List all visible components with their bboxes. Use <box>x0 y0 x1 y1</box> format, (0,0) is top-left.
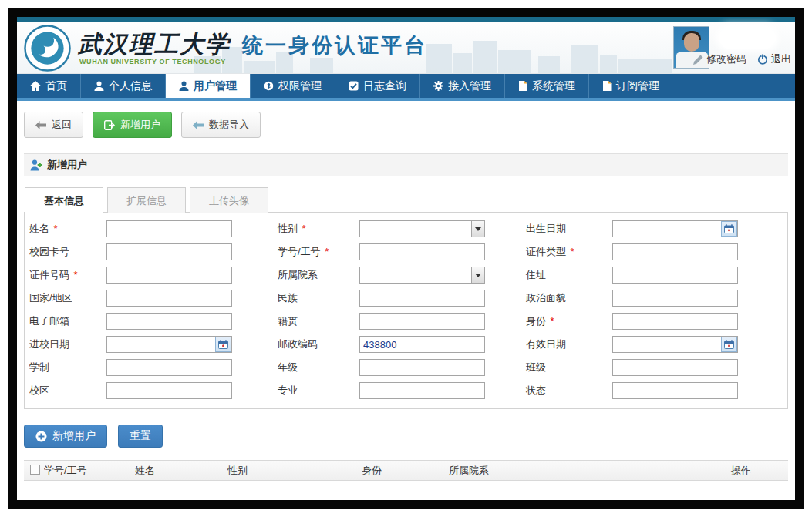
required-asterisk: * <box>322 246 329 257</box>
campus-input[interactable] <box>106 382 232 399</box>
valid-date-input[interactable] <box>612 336 738 353</box>
status-input[interactable] <box>612 382 738 399</box>
table-header-0: 学号/工号 <box>44 464 135 478</box>
major-input[interactable] <box>359 382 485 399</box>
nav-item-5[interactable]: 接入管理 <box>419 74 504 98</box>
valid-date-calendar-button[interactable] <box>721 337 737 352</box>
table-header-5: 操作 <box>725 464 788 478</box>
reset-button[interactable]: 重置 <box>118 425 163 448</box>
field-valid-date: 有效日期 <box>526 336 783 353</box>
postal-code-input[interactable] <box>359 336 485 353</box>
birth-date-input[interactable] <box>612 220 738 237</box>
back-button-label: 返回 <box>52 118 72 132</box>
field-label-id-number: 证件号码 * <box>29 268 106 282</box>
pencil-icon <box>693 55 703 65</box>
field-label-grade: 年级 <box>278 361 359 374</box>
nav-item-0[interactable]: 首页 <box>17 74 80 98</box>
key-icon <box>264 81 274 91</box>
label-text: 性别 <box>278 223 298 234</box>
label-text: 证件号码 <box>29 269 69 280</box>
form-actions: 新增用户 重置 <box>24 425 788 448</box>
birth-date-calendar-button[interactable] <box>721 221 737 237</box>
nav-item-label: 日志查询 <box>363 79 406 93</box>
grade-input[interactable] <box>359 359 485 376</box>
nav-item-7[interactable]: 订阅管理 <box>588 74 672 98</box>
label-text: 证件类型 <box>526 246 566 257</box>
field-label-class: 班级 <box>526 361 612 374</box>
native-place-input[interactable] <box>359 313 485 330</box>
label-text: 出生日期 <box>526 223 566 234</box>
gender-input[interactable] <box>359 220 485 237</box>
email-input[interactable] <box>106 313 232 330</box>
main-nav: 首页个人信息用户管理权限管理日志查询接入管理系统管理订阅管理 <box>17 74 795 98</box>
tab-0[interactable]: 基本信息 <box>25 187 103 213</box>
back-button[interactable]: 返回 <box>24 112 83 138</box>
school-system-input[interactable] <box>106 359 232 376</box>
change-password-link[interactable]: 修改密码 <box>693 52 746 66</box>
department-input[interactable] <box>359 267 485 284</box>
country-region-input[interactable] <box>106 290 232 307</box>
field-campus: 校区 <box>29 382 278 399</box>
back-arrow-icon <box>35 121 46 129</box>
submit-add-user-button[interactable]: 新增用户 <box>24 425 107 448</box>
entry-date-input[interactable] <box>106 336 232 353</box>
power-icon <box>757 54 768 65</box>
data-import-button[interactable]: 数据导入 <box>181 112 261 138</box>
label-text: 姓名 <box>29 223 49 234</box>
select-all-checkbox[interactable] <box>30 465 40 475</box>
ethnicity-input[interactable] <box>359 290 485 307</box>
field-status: 状态 <box>526 382 783 399</box>
section-title: 新增用户 <box>47 158 87 172</box>
student-id-input[interactable] <box>359 243 485 260</box>
field-label-campus: 校区 <box>29 384 106 398</box>
field-email: 电子邮箱 <box>29 313 278 330</box>
field-birth-date: 出生日期 <box>526 220 783 237</box>
field-address: 住址 <box>526 267 783 284</box>
field-identity: 身份 * <box>526 313 783 330</box>
department-dropdown-button[interactable] <box>471 267 484 283</box>
entry-date-calendar-button[interactable] <box>215 337 231 352</box>
gender-dropdown-button[interactable] <box>471 221 484 237</box>
address-input[interactable] <box>612 267 738 284</box>
add-user-box-icon <box>104 120 115 130</box>
required-asterisk: * <box>71 269 78 280</box>
calendar-icon <box>724 224 734 233</box>
add-user-toolbar-button[interactable]: 新增用户 <box>93 112 172 138</box>
censored-username <box>719 27 776 49</box>
field-label-school-system: 学制 <box>29 361 106 374</box>
label-text: 所属院系 <box>278 269 318 280</box>
label-text: 状态 <box>526 384 546 396</box>
id-number-input[interactable] <box>106 267 232 284</box>
nav-item-2[interactable]: 用户管理 <box>165 74 250 98</box>
tab-2[interactable]: 上传头像 <box>190 187 268 213</box>
campus-card-input[interactable] <box>106 243 232 260</box>
political-status-input[interactable] <box>612 290 738 307</box>
calendar-icon <box>724 340 734 349</box>
identity-input[interactable] <box>612 313 738 330</box>
field-label-department: 所属院系 <box>278 268 359 282</box>
class-input[interactable] <box>612 359 738 376</box>
university-name-en: WUHAN UNIVERSITY OF TECHNOLOGY <box>79 58 226 65</box>
data-import-label: 数据导入 <box>209 118 249 132</box>
id-type-input[interactable] <box>612 243 738 260</box>
required-asterisk: * <box>568 246 574 257</box>
field-label-ethnicity: 民族 <box>278 291 359 305</box>
tab-1[interactable]: 扩展信息 <box>107 187 186 213</box>
table-header-3: 身份 <box>362 464 449 478</box>
table-header-1: 姓名 <box>135 464 227 478</box>
nav-item-3[interactable]: 权限管理 <box>250 74 335 98</box>
nav-item-4[interactable]: 日志查询 <box>335 74 419 98</box>
label-text: 校区 <box>29 384 49 396</box>
required-asterisk: * <box>548 315 554 327</box>
label-text: 国家/地区 <box>29 292 72 304</box>
nav-item-1[interactable]: 个人信息 <box>80 74 165 98</box>
label-text: 专业 <box>278 384 298 396</box>
add-user-person-icon <box>30 159 42 171</box>
name-input[interactable] <box>106 220 232 237</box>
logout-link[interactable]: 退出 <box>757 52 791 66</box>
nav-accent-strip <box>17 98 795 101</box>
field-label-entry-date: 进校日期 <box>29 337 106 351</box>
field-label-major: 专业 <box>278 384 359 398</box>
field-native-place: 籍贯 <box>278 313 526 330</box>
nav-item-6[interactable]: 系统管理 <box>504 74 588 98</box>
